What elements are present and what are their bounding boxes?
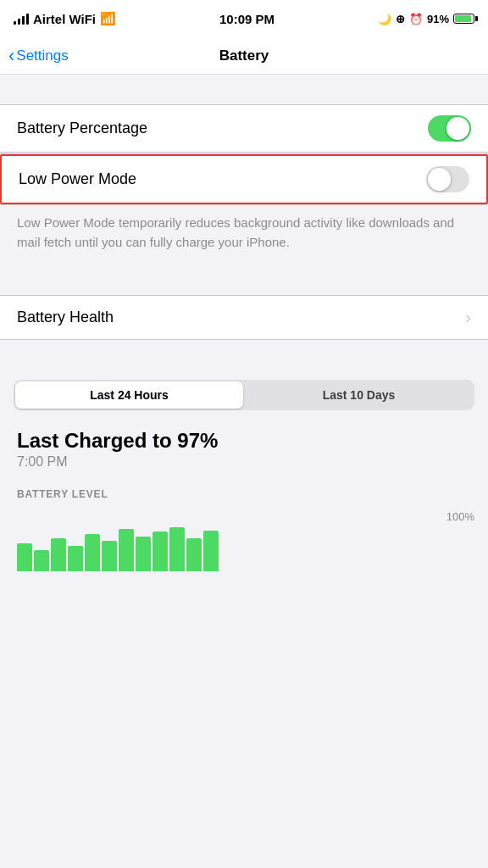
carrier-label: Airtel WiFi [33,12,96,26]
chart-bar [85,534,100,571]
spacer-bottom [0,340,488,370]
battery-health-label: Battery Health [17,309,114,326]
low-power-mode-label: Low Power Mode [19,170,136,188]
location-icon: ⊕ [396,13,405,25]
toggle-knob-lpm [428,168,451,191]
battery-chart-percent-label: 100% [446,510,474,523]
signal-icon [14,13,29,25]
battery-chart-area: 100% [0,504,488,571]
page-title: Battery [219,47,269,64]
chart-bar [152,531,168,571]
battery-health-row[interactable]: Battery Health › [0,296,488,339]
time-tabs-container: Last 24 Hours Last 10 Days [0,370,488,420]
chart-bar [136,537,151,571]
chart-bar [17,543,32,571]
low-power-mode-row: Low Power Mode [0,154,488,204]
back-label: Settings [16,47,68,64]
chart-bar [51,538,66,571]
chart-bar [34,550,49,571]
status-left: Airtel WiFi 📶 [14,11,116,26]
alarm-icon: ⏰ [409,13,423,25]
chevron-left-icon: ‹ [8,45,14,67]
charge-title: Last Charged to 97% [17,429,471,453]
battery-percentage-row: Battery Percentage [0,105,488,152]
chart-bar [68,546,83,571]
chart-bar [186,538,202,571]
moon-icon: 🌙 [378,13,391,25]
status-time: 10:09 PM [219,12,274,26]
spacer-top [0,75,488,104]
battery-icon [453,14,474,24]
battery-percent-label: 91% [427,13,449,25]
back-button[interactable]: ‹ Settings [8,45,69,67]
battery-percentage-label: Battery Percentage [17,120,147,137]
battery-health-section: Battery Health › [0,295,488,340]
spacer-mid [0,265,488,295]
low-power-mode-toggle[interactable] [426,166,469,192]
battery-chart-bars [17,520,219,571]
low-power-description: Low Power Mode temporarily reduces backg… [0,205,488,265]
low-power-mode-section: Low Power Mode [0,153,488,205]
battery-level-label: BATTERY LEVEL [0,481,488,504]
chart-bar [119,529,134,571]
status-bar: Airtel WiFi 📶 10:09 PM 🌙 ⊕ ⏰ 91% [0,0,488,37]
battery-percentage-toggle[interactable] [428,115,471,142]
nav-bar: ‹ Settings Battery [0,37,488,75]
wifi-icon: 📶 [100,11,116,26]
status-right: 🌙 ⊕ ⏰ 91% [378,13,474,25]
charge-info: Last Charged to 97% 7:00 PM [0,420,488,481]
battery-percentage-section: Battery Percentage [0,104,488,153]
charge-time: 7:00 PM [17,454,471,470]
chart-bar [203,531,219,571]
tab-last-10-days[interactable]: Last 10 Days [245,381,473,409]
time-tabs: Last 24 Hours Last 10 Days [14,380,474,410]
chart-bar [169,527,185,571]
tab-last-24-hours[interactable]: Last 24 Hours [15,381,243,409]
chart-bar [102,541,117,571]
toggle-knob [446,117,469,140]
chevron-right-icon: › [465,308,471,327]
